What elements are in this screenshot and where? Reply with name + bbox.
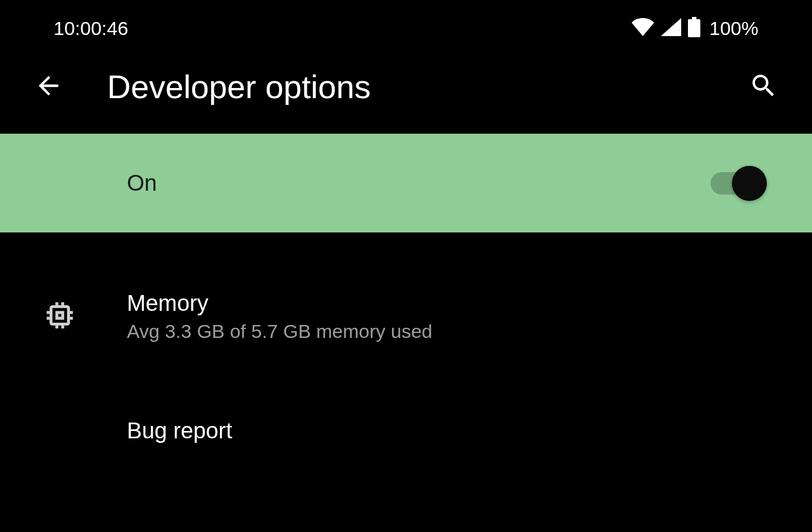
developer-options-master-toggle[interactable]: On	[0, 134, 812, 232]
page-title: Developer options	[107, 68, 705, 105]
status-time: 10:00:46	[54, 17, 128, 39]
battery-icon	[688, 17, 700, 39]
master-toggle-switch[interactable]	[710, 166, 767, 200]
bug-report-item[interactable]: Bug report	[0, 397, 812, 465]
wifi-icon	[632, 18, 654, 38]
app-bar: Developer options	[0, 51, 812, 134]
status-indicators: 100%	[632, 17, 758, 39]
memory-texts: Memory Avg 3.3 GB of 5.7 GB memory used	[127, 291, 433, 342]
search-button[interactable]	[749, 71, 778, 103]
status-bar: 10:00:46 100%	[0, 0, 812, 51]
back-button[interactable]	[34, 71, 63, 103]
memory-icon-container	[34, 298, 127, 335]
bug-report-title: Bug report	[127, 418, 232, 443]
svg-rect-0	[692, 17, 696, 19]
arrow-left-icon	[34, 71, 63, 103]
memory-chip-icon	[42, 298, 77, 335]
switch-thumb	[732, 166, 767, 201]
master-toggle-label: On	[127, 170, 157, 196]
svg-rect-1	[688, 19, 700, 37]
bug-report-texts: Bug report	[127, 418, 232, 443]
memory-item[interactable]: Memory Avg 3.3 GB of 5.7 GB memory used	[0, 269, 812, 364]
cellular-icon	[661, 18, 681, 38]
memory-subtitle: Avg 3.3 GB of 5.7 GB memory used	[127, 320, 433, 342]
search-icon	[749, 71, 778, 103]
battery-percentage: 100%	[709, 17, 758, 39]
memory-title: Memory	[127, 291, 433, 316]
